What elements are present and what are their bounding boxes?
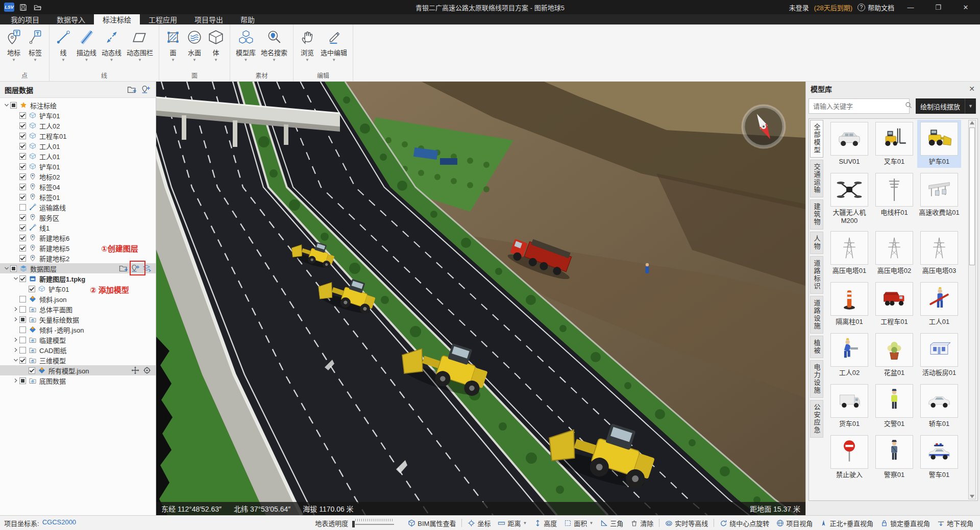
statusbar-button-地下视角[interactable]: 地下视角 xyxy=(934,518,977,528)
layer-label[interactable]: 三维模型 xyxy=(39,356,66,365)
statusbar-button-绕中心点旋转[interactable]: 绕中心点旋转 xyxy=(716,518,773,528)
drone-thumbnail-icon[interactable] xyxy=(830,173,868,207)
statusbar-button-坐标[interactable]: 坐标 xyxy=(464,518,494,528)
layer-label[interactable]: CAD图纸 xyxy=(39,345,66,355)
layer-checkbox-checked[interactable] xyxy=(19,275,26,282)
chevron-down-icon[interactable]: ▼ xyxy=(332,58,336,62)
statusbar-button-三角[interactable]: 三角 xyxy=(597,518,627,528)
layer-label[interactable]: 工程车01 xyxy=(39,131,66,141)
model-item-工程车01[interactable]: 工程车01 xyxy=(872,280,916,328)
expander-open-icon[interactable] xyxy=(3,266,10,271)
layer-label[interactable]: 临建模型 xyxy=(39,335,66,345)
layer-tree-row[interactable]: 工人02 xyxy=(0,120,156,131)
toll-thumbnail-icon[interactable] xyxy=(920,173,958,207)
layer-checkbox-partial[interactable] xyxy=(10,265,17,272)
layer-label[interactable]: 铲车01 xyxy=(39,162,60,171)
layer-tree-row[interactable]: 铲车01 xyxy=(0,284,156,294)
plant-thumbnail-icon[interactable] xyxy=(875,333,913,367)
move-button[interactable] xyxy=(130,366,140,375)
layer-checkbox-checked[interactable] xyxy=(29,367,35,374)
model-category-tab[interactable]: 建筑物 xyxy=(810,199,823,230)
layer-tree-row[interactable]: 底图数据 xyxy=(0,375,156,386)
chevron-down-icon[interactable]: ▼ xyxy=(138,58,142,62)
layer-checkbox-checked[interactable] xyxy=(29,286,35,292)
expander-closed-icon[interactable] xyxy=(12,337,19,342)
menu-tab-6[interactable]: 帮助 xyxy=(232,14,263,24)
suv-thumbnail-icon[interactable] xyxy=(830,122,868,156)
layer-tree-row[interactable]: 倾斜.json xyxy=(0,294,156,304)
model-item-轿车01[interactable]: 轿车01 xyxy=(917,382,961,430)
tower-thumbnail-icon[interactable] xyxy=(830,231,868,265)
layer-tree-row[interactable]: 铲车01 xyxy=(0,110,156,120)
model-item-工人02[interactable]: 工人02 xyxy=(827,331,871,379)
traffic-police-thumbnail-icon[interactable] xyxy=(875,384,913,418)
layer-label[interactable]: 地标02 xyxy=(39,172,60,182)
surface-transparency-slider[interactable] xyxy=(352,519,396,527)
tower-thumbnail-icon[interactable] xyxy=(920,231,958,265)
target-button[interactable] xyxy=(142,366,152,375)
layer-checkbox-unchecked[interactable] xyxy=(19,204,26,211)
statusbar-button-正北+垂直视角[interactable]: 正北+垂直视角 xyxy=(816,518,877,528)
sedan-thumbnail-icon[interactable] xyxy=(920,384,958,418)
model-category-tab[interactable]: 道路设施 xyxy=(810,296,823,334)
model-category-tab[interactable]: 人物 xyxy=(810,232,823,254)
layer-label[interactable]: 工人01 xyxy=(39,141,60,151)
dump-truck-thumbnail-icon[interactable] xyxy=(875,282,913,316)
layer-tree-row[interactable]: 服务区 xyxy=(0,212,156,222)
expander-closed-icon[interactable] xyxy=(12,347,19,352)
statusbar-button-清除[interactable]: 清除 xyxy=(627,518,657,528)
layer-checkbox-checked[interactable] xyxy=(19,133,26,139)
chevron-down-icon[interactable]: ▼ xyxy=(192,58,197,62)
chevron-down-icon[interactable]: ▼ xyxy=(965,98,976,114)
chevron-down-icon[interactable]: ▼ xyxy=(12,58,16,62)
layer-tree-row[interactable]: 倾斜 -透明.json xyxy=(0,324,156,335)
compass[interactable] xyxy=(743,106,784,147)
layer-tree-row[interactable]: 新建地标6 xyxy=(0,233,156,243)
menu-tab-2[interactable]: 数据导入 xyxy=(48,14,94,24)
layer-checkbox-checked[interactable] xyxy=(19,245,26,251)
layer-checkbox-checked[interactable] xyxy=(19,194,26,200)
login-status[interactable]: 未登录 xyxy=(789,3,809,12)
layer-label[interactable]: 倾斜 -透明.json xyxy=(39,325,84,335)
layer-label[interactable]: 矢量标绘数据 xyxy=(39,315,79,324)
layer-tree-row[interactable]: 矢量标绘数据 xyxy=(0,314,156,324)
layer-tree-row[interactable]: 临建模型 xyxy=(0,335,156,345)
scroll-down-icon[interactable] xyxy=(970,495,974,498)
model-search-box[interactable] xyxy=(808,98,910,114)
layer-label[interactable]: 底图数据 xyxy=(39,376,66,386)
ribbon-button-标签[interactable]: 标签▼ xyxy=(24,27,46,71)
scrollbar-thumb[interactable] xyxy=(969,128,975,265)
ribbon-button-水面[interactable]: 水面▼ xyxy=(184,27,205,71)
layer-label[interactable]: 服务区 xyxy=(39,213,59,222)
menu-tab-4[interactable]: 工程应用 xyxy=(140,14,186,24)
ribbon-button-地标[interactable]: 地标▼ xyxy=(3,27,24,71)
chevron-down-icon[interactable]: ▼ xyxy=(214,58,218,62)
layer-checkbox-checked[interactable] xyxy=(19,224,26,231)
layer-tree-row[interactable]: 铲车01 xyxy=(0,161,156,171)
layer-tree-row[interactable]: 工程车01 xyxy=(0,131,156,141)
chevron-down-icon[interactable]: ▼ xyxy=(110,58,114,62)
model-item-SUV01[interactable]: SUV01 xyxy=(827,120,871,168)
chevron-down-icon[interactable]: ▼ xyxy=(244,58,248,62)
model-item-交警01[interactable]: 交警01 xyxy=(872,382,916,430)
layer-checkbox-checked[interactable] xyxy=(19,184,26,190)
expander-open-icon[interactable] xyxy=(12,276,19,281)
police-officer-thumbnail-icon[interactable] xyxy=(875,435,913,469)
layer-checkbox-unchecked[interactable] xyxy=(19,296,26,302)
worker-saw-thumbnail-icon[interactable] xyxy=(830,333,868,367)
model-item-电线杆01[interactable]: 电线杆01 xyxy=(872,171,916,226)
ribbon-button-模型库[interactable]: 模型库▼ xyxy=(233,27,258,71)
layer-label[interactable]: 数据图层 xyxy=(30,264,57,273)
layer-label[interactable]: 铲车01 xyxy=(48,284,69,294)
layer-label[interactable]: 线1 xyxy=(39,223,50,233)
layer-checkbox-checked[interactable] xyxy=(19,153,26,160)
statusbar-button-高度[interactable]: 高度 xyxy=(530,518,560,528)
layer-label[interactable]: 新建地标6 xyxy=(39,233,69,243)
layer-checkbox-unchecked[interactable] xyxy=(19,337,26,343)
ribbon-button-地名搜索[interactable]: 地名搜索▼ xyxy=(258,27,290,71)
layer-tree-row[interactable]: 工人01 xyxy=(0,141,156,151)
map-3d-scene[interactable] xyxy=(156,82,805,515)
open-folder-icon[interactable] xyxy=(33,3,42,12)
layer-checkbox-checked[interactable] xyxy=(19,122,26,129)
ribbon-button-线[interactable]: 线▼ xyxy=(53,27,74,71)
